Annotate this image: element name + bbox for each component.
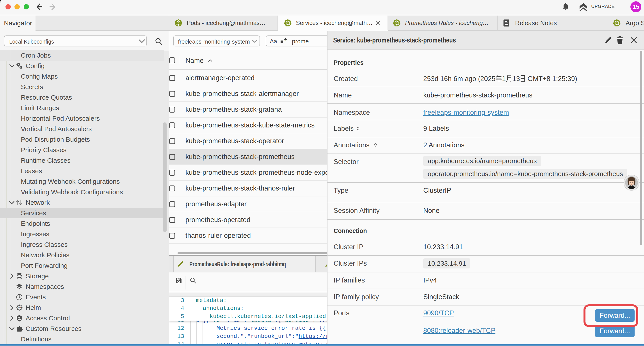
svg-text:HELM: HELM [17,307,22,309]
